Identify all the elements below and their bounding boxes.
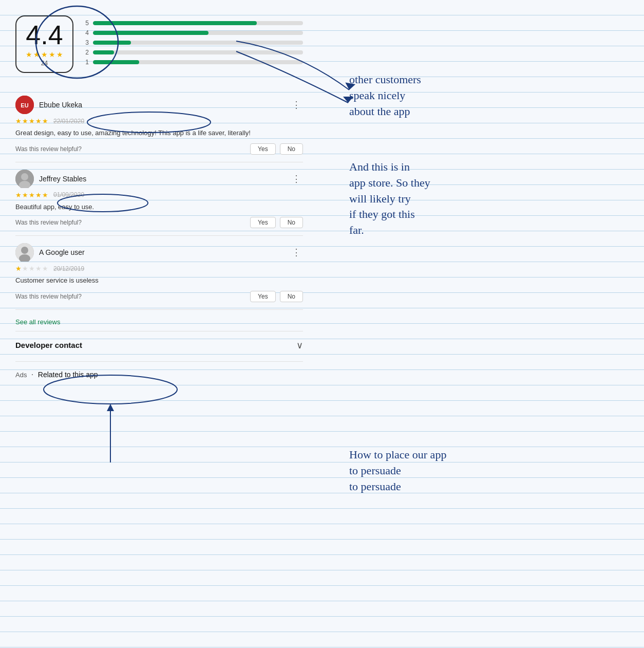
bar-fill-2 [93,50,114,54]
reviewer-header-2: Jeffrey Stables ⋮ [15,170,303,188]
star-half: ★ [56,50,63,59]
review-meta-1: ★ ★ ★ ★ ★ 22/01/2020 [15,117,303,125]
star-1: ★ [26,50,32,59]
r1-star-2: ★ [22,117,28,125]
bar-label-4: 4 [84,29,89,36]
review-card-1: EU Ebube Ukeka ⋮ ★ ★ ★ ★ ★ 22/01/2020 Gr… [15,88,303,162]
svg-text:EU: EU [21,102,28,108]
review-stars-3: ★ ★ ★ ★ ★ [15,265,48,272]
bar-label-5: 5 [84,20,89,27]
star-2: ★ [33,50,40,59]
helpful-buttons-1: Yes No [250,143,303,155]
developer-contact[interactable]: Developer contact ∨ [15,331,303,359]
r3-star-2: ★ [22,265,28,272]
r3-star-3: ★ [29,265,35,272]
ads-prefix: Ads [15,371,27,379]
annotation-note-2: And this is in app store. So they will l… [349,159,430,238]
star-4: ★ [49,50,55,59]
svg-point-6 [21,247,28,254]
rating-bars: 5 4 3 2 [84,15,303,68]
review-meta-3: ★ ★ ★ ★ ★ 20/12/2019 [15,265,303,272]
helpful-yes-3[interactable]: Yes [250,291,276,302]
more-options-1[interactable]: ⋮ [290,99,303,110]
r2-star-1: ★ [15,191,22,199]
avatar-jeffrey [15,170,34,188]
bar-label-3: 3 [84,39,89,46]
review-card-3: A Google user ⋮ ★ ★ ★ ★ ★ 20/12/2019 Cus… [15,236,303,310]
bar-row-2: 2 [84,49,303,56]
review-text-2: Beautiful app, easy to use. [15,202,303,212]
bar-label-1: 1 [84,59,89,66]
rating-count: 24 [26,60,63,67]
bar-track-1 [93,60,303,64]
reviewer-header-1: EU Ebube Ukeka ⋮ [15,96,303,114]
chevron-down-icon: ∨ [296,340,303,351]
reviewer-name-1: Ebube Ukeka [39,101,285,109]
annotation-note-1: other customers speak nicely about the a… [349,72,421,119]
reviewer-name-2: Jeffrey Stables [39,175,285,183]
r1-star-1: ★ [15,117,22,125]
ads-section: Ads · Related to this app [15,361,303,387]
review-date-1: 22/01/2020 [53,118,84,125]
bar-row-4: 4 [84,29,303,36]
bar-fill-1 [93,60,139,64]
r2-star-4: ★ [35,191,42,199]
review-meta-2: ★ ★ ★ ★ ★ 01/09/2020 [15,191,303,199]
app-panel: 4.4 ★ ★ ★ ★ ★ 24 5 4 [0,0,318,648]
avatar-google [15,243,34,262]
ads-related-label: Related to this app [38,371,98,379]
r1-star-4: ★ [35,117,42,125]
bar-track-4 [93,31,303,35]
star-3: ★ [41,50,48,59]
r3-star-5: ★ [42,265,48,272]
bar-row-1: 1 [84,59,303,66]
helpful-label-3: Was this review helpful? [15,293,82,300]
review-stars-2: ★ ★ ★ ★ ★ [15,191,48,199]
rating-section: 4.4 ★ ★ ★ ★ ★ 24 5 4 [15,10,303,78]
r2-star-5: ★ [42,191,48,199]
ads-separator: · [31,370,33,379]
r3-star-4: ★ [35,265,42,272]
more-options-3[interactable]: ⋮ [290,247,303,258]
helpful-yes-2[interactable]: Yes [250,217,276,228]
bar-row-3: 3 [84,39,303,46]
helpful-buttons-3: Yes No [250,291,303,302]
helpful-no-3[interactable]: No [280,291,303,302]
bar-track-5 [93,21,303,25]
rating-number: 4.4 [26,22,63,48]
helpful-row-2: Was this review helpful? Yes No [15,217,303,228]
bar-track-3 [93,41,303,45]
r1-star-3: ★ [29,117,35,125]
overall-stars: ★ ★ ★ ★ ★ [26,50,63,59]
bar-fill-3 [93,41,131,45]
helpful-row-1: Was this review helpful? Yes No [15,143,303,155]
bar-row-5: 5 [84,20,303,27]
avatar-ebube: EU [15,96,34,114]
review-date-2: 01/09/2020 [53,191,84,198]
r3-star-1: ★ [15,265,22,272]
helpful-buttons-2: Yes No [250,217,303,228]
more-options-2[interactable]: ⋮ [290,173,303,184]
developer-contact-label: Developer contact [15,341,82,349]
bar-track-2 [93,50,303,54]
see-all-reviews-link[interactable]: See all reviews [15,310,60,331]
helpful-label-2: Was this review helpful? [15,219,82,226]
reviewer-header-3: A Google user ⋮ [15,243,303,262]
review-stars-1: ★ ★ ★ ★ ★ [15,117,48,125]
helpful-no-1[interactable]: No [280,143,303,155]
rating-score-box: 4.4 ★ ★ ★ ★ ★ 24 [15,15,73,73]
annotation-note-3: How to place our app to persuade to pers… [349,447,446,494]
review-text-3: Customer service is useless [15,275,303,286]
r2-star-2: ★ [22,191,28,199]
r2-star-3: ★ [29,191,35,199]
helpful-yes-1[interactable]: Yes [250,143,276,155]
helpful-label-1: Was this review helpful? [15,145,82,153]
review-text-1: Great design, easy to use, amazing techn… [15,128,303,138]
helpful-no-2[interactable]: No [280,217,303,228]
bar-label-2: 2 [84,49,89,56]
reviewer-name-3: A Google user [39,248,285,256]
bar-fill-5 [93,21,257,25]
annotations-panel: other customers speak nicely about the a… [318,0,644,648]
r1-star-5: ★ [42,117,48,125]
helpful-row-3: Was this review helpful? Yes No [15,291,303,302]
